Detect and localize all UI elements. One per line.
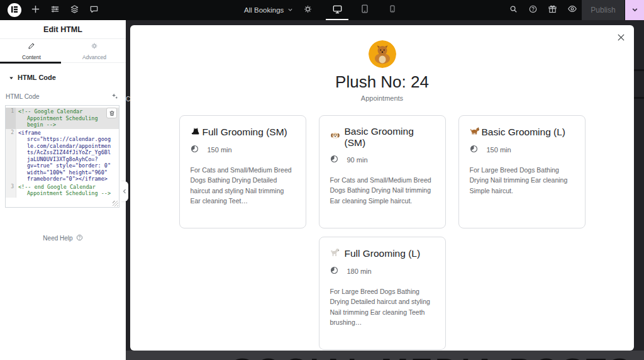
html-code-section-toggle[interactable]: HTML Code: [0, 63, 126, 88]
question-circle-icon: [76, 234, 83, 242]
code-text: <iframe src="https://calendar.google.com…: [16, 129, 119, 183]
section-title: HTML Code: [18, 74, 56, 81]
device-tablet-button[interactable]: [351, 0, 379, 20]
service-name: Basic Grooming (L): [482, 127, 566, 138]
html-code-field-header: HTML Code: [0, 88, 126, 105]
add-element-button[interactable]: [30, 4, 41, 16]
publish-split-button: Publish: [582, 0, 644, 20]
service-card-basic-grooming-l[interactable]: Basic Grooming (L) 150 min For Large Bre…: [458, 115, 586, 228]
tab-advanced-label: Advanced: [82, 54, 106, 60]
document-name-dropdown[interactable]: All Bookings: [244, 6, 293, 14]
plus-icon: [31, 4, 40, 16]
widget-settings-panel: Edit HTML Content Advanced HTML Code: [0, 20, 126, 360]
service-title-row: Full Grooming (L): [330, 247, 435, 260]
service-description: For Cats and Small/Medium Breed Dogs Bat…: [191, 165, 295, 206]
gear-icon: [303, 4, 313, 16]
poodle-icon: [330, 247, 340, 260]
top-toolbar: All Bookings: [0, 0, 644, 20]
panel-tabs: Content Advanced: [0, 39, 126, 63]
duration-clock-icon: [191, 145, 199, 154]
background-page-divider: [634, 69, 644, 71]
service-card-full-grooming-sm[interactable]: Full Grooming (SM) 150 min For Cats and …: [179, 115, 306, 228]
notes-button[interactable]: [88, 4, 99, 16]
sliders-icon: [50, 4, 60, 16]
service-name: Basic Grooming (SM): [345, 126, 435, 149]
comment-icon: [89, 4, 99, 16]
preview-canvas: Co SOCIAL MEDIA POSTS: [126, 20, 644, 360]
panel-title: Edit HTML: [43, 25, 82, 34]
html-code-input[interactable]: 1 <!-- Google Calendar Appointment Sched…: [5, 105, 119, 208]
service-title-row: Basic Grooming (L): [470, 126, 574, 138]
background-page-divider: [634, 97, 644, 99]
background-page-band: SOCIAL MEDIA POSTS: [126, 351, 644, 360]
device-desktop-button[interactable]: [323, 0, 351, 20]
service-duration-row: 180 min: [330, 266, 435, 276]
panel-collapse-handle[interactable]: [121, 181, 128, 201]
service-description: For Cats and Small/Medium Breed Dogs Bat…: [330, 175, 435, 206]
ai-sparkle-icon[interactable]: [111, 91, 118, 102]
service-duration-row: 150 min: [470, 145, 574, 154]
panel-header: Edit HTML: [0, 20, 126, 39]
tab-advanced[interactable]: Advanced: [63, 39, 126, 62]
dog-icon: [470, 126, 480, 138]
preview-changes-button[interactable]: [562, 4, 582, 16]
gear-icon: [91, 41, 98, 52]
responsive-mode-switcher: [323, 0, 406, 20]
help-button[interactable]: [523, 4, 543, 16]
service-title-row: Full Grooming (SM): [191, 126, 295, 138]
eye-icon: [567, 4, 577, 16]
duration-clock-icon: [330, 266, 338, 276]
editor-resize-handle[interactable]: [113, 201, 118, 206]
question-circle-icon: [528, 4, 538, 16]
elementor-menu-button[interactable]: [8, 3, 21, 17]
code-text: <!-- end Google Calendar Appointment Sch…: [16, 183, 119, 198]
modal-subtitle: Appointments: [130, 94, 634, 102]
device-mobile-button[interactable]: [379, 0, 406, 20]
code-line: 1 <!-- Google Calendar Appointment Sched…: [6, 108, 119, 129]
document-switcher: All Bookings: [244, 0, 313, 20]
service-duration: 90 min: [347, 156, 368, 164]
desktop-icon: [332, 4, 343, 17]
publish-button[interactable]: Publish: [582, 0, 625, 20]
service-card-basic-grooming-sm[interactable]: Basic Grooming (SM) 90 min For Cats and …: [319, 115, 446, 228]
appointment-scheduling-modal: Plush No: 24 Appointments Full Grooming …: [130, 25, 634, 351]
line-number: 1: [6, 108, 16, 129]
finder-search-button[interactable]: [504, 4, 523, 16]
line-number: 3: [6, 183, 16, 198]
service-duration: 150 min: [487, 146, 511, 154]
caret-down-icon: [9, 72, 14, 83]
publish-options-button[interactable]: [625, 0, 644, 20]
need-help-label: Need Help: [43, 235, 72, 242]
code-line: 2 <iframe src="https://calendar.google.c…: [6, 129, 119, 183]
tab-content[interactable]: Content: [0, 39, 63, 62]
service-title-row: Basic Grooming (SM): [330, 126, 435, 149]
code-line: 3 <!-- end Google Calendar Appointment S…: [6, 183, 119, 198]
service-name: Full Grooming (SM): [203, 127, 287, 138]
modal-close-button[interactable]: [615, 33, 626, 44]
need-help-link[interactable]: Need Help: [0, 234, 126, 242]
service-duration-row: 90 min: [330, 155, 435, 164]
chevron-down-icon: [287, 6, 293, 14]
black-cat-icon: [191, 126, 201, 138]
service-card-full-grooming-l[interactable]: Full Grooming (L) 180 min For Large Bree…: [319, 237, 446, 350]
duration-clock-icon: [330, 155, 338, 164]
layers-icon: [70, 4, 79, 16]
dog-face-icon: [330, 131, 340, 143]
service-description: For Large Breed Dogs Bathing Drying Deta…: [330, 286, 435, 327]
toolbar-left-group: [8, 0, 99, 20]
clear-code-button[interactable]: [106, 108, 117, 118]
site-settings-button[interactable]: [49, 4, 60, 16]
toolbar-right-group: [504, 0, 582, 20]
service-name: Full Grooming (L): [345, 248, 421, 259]
service-duration: 150 min: [208, 146, 232, 154]
service-duration: 180 min: [347, 267, 372, 275]
whats-new-button[interactable]: [543, 4, 562, 16]
line-number: 2: [6, 129, 16, 183]
pencil-icon: [28, 41, 35, 52]
document-name: All Bookings: [244, 6, 284, 14]
structure-navigator-button[interactable]: [69, 4, 80, 16]
service-cards: Full Grooming (SM) 150 min For Cats and …: [130, 115, 634, 350]
document-settings-button[interactable]: [302, 4, 313, 16]
chevron-down-icon: [631, 4, 638, 16]
publish-label: Publish: [591, 6, 615, 14]
